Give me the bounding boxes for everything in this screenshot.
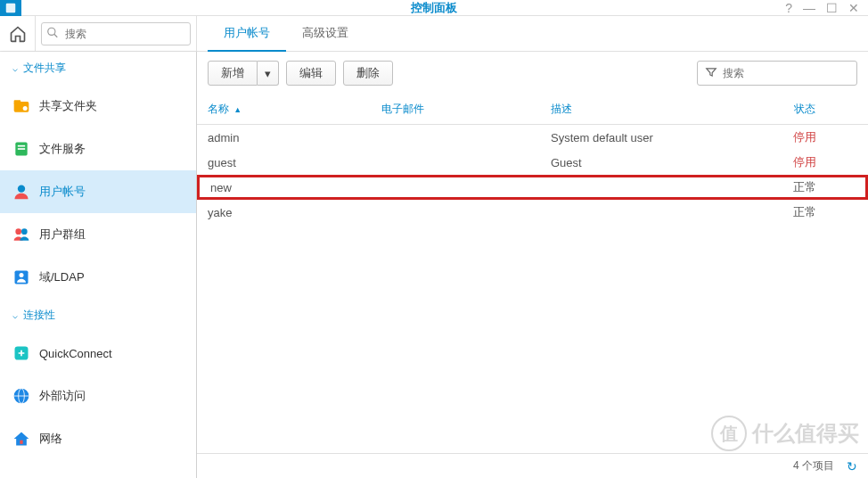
cell-name: admin	[208, 131, 381, 144]
search-icon	[46, 26, 59, 41]
svg-point-13	[20, 273, 24, 277]
cell-name: new	[210, 181, 384, 194]
svg-rect-18	[20, 441, 22, 444]
cell-name: guest	[208, 156, 381, 169]
sidebar-item-network[interactable]: 网络	[0, 417, 196, 460]
table-row[interactable]: adminSystem default user停用	[197, 125, 868, 150]
table-row[interactable]: yake正常	[197, 200, 868, 225]
user-icon	[12, 183, 30, 201]
filter-search-input[interactable]	[723, 67, 856, 79]
table-row[interactable]: guestGuest停用	[197, 150, 868, 175]
sidebar-item-domain-ldap[interactable]: 域/LDAP	[0, 256, 196, 299]
sidebar-item-file-services[interactable]: 文件服务	[0, 128, 196, 170]
svg-point-9	[18, 185, 25, 193]
cell-description: System default user	[551, 131, 751, 144]
svg-point-5	[23, 106, 28, 111]
section-connectivity[interactable]: ⌵ 连接性	[0, 299, 196, 332]
cell-status: 停用	[751, 129, 857, 145]
window-titlebar: 控制面板 ? — ☐ ✕	[0, 0, 868, 16]
sidebar-item-label: 文件服务	[39, 141, 86, 157]
sidebar-item-quickconnect[interactable]: QuickConnect	[0, 332, 196, 375]
cell-status: 正常	[751, 204, 857, 220]
globe-icon	[12, 387, 30, 405]
filter-search-box[interactable]	[697, 61, 857, 86]
action-toolbar: 新增 ▾ 编辑 删除	[197, 52, 868, 95]
tab-user-account[interactable]: 用户帐号	[208, 16, 286, 52]
cell-description: Guest	[551, 156, 751, 169]
sidebar-item-external-access[interactable]: 外部访问	[0, 375, 196, 417]
section-label: 连接性	[23, 308, 55, 323]
column-header-status[interactable]: 状态	[751, 102, 857, 117]
svg-rect-7	[18, 145, 25, 147]
folder-share-icon	[12, 97, 30, 115]
tabs-container: 用户帐号 高级设置	[197, 16, 868, 52]
minimize-icon[interactable]: —	[803, 2, 815, 14]
section-file-sharing[interactable]: ⌵ 文件共享	[0, 52, 196, 85]
column-header-name[interactable]: 名称 ▲	[208, 102, 381, 117]
sidebar-item-label: QuickConnect	[39, 347, 112, 360]
svg-point-10	[15, 228, 21, 235]
sidebar-item-label: 共享文件夹	[39, 98, 97, 114]
svg-point-11	[21, 228, 28, 235]
sidebar-item-user-group[interactable]: 用户群组	[0, 213, 196, 256]
close-icon[interactable]: ✕	[848, 2, 859, 14]
edit-button[interactable]: 编辑	[286, 61, 336, 86]
create-dropdown-button[interactable]: ▾	[258, 61, 279, 86]
chevron-down-icon: ⌵	[12, 63, 18, 73]
delete-button[interactable]: 删除	[343, 61, 393, 86]
sort-ascending-icon: ▲	[233, 105, 242, 114]
column-header-email[interactable]: 电子邮件	[381, 102, 551, 117]
sidebar-item-label: 用户群组	[39, 227, 86, 243]
file-service-icon	[12, 140, 30, 158]
svg-rect-4	[14, 100, 21, 103]
sidebar-item-user-account[interactable]: 用户帐号	[0, 170, 196, 213]
content-panel: 新增 ▾ 编辑 删除 名称 ▲ 电子邮件 描述 状态 adminSystem d…	[197, 52, 868, 478]
cell-name: yake	[208, 206, 381, 219]
cell-status: 停用	[751, 154, 857, 170]
sidebar: ⌵ 文件共享 共享文件夹 文件服务 用户帐号 用户群组	[0, 52, 197, 478]
cell-status: 正常	[754, 179, 855, 195]
network-icon	[12, 430, 30, 448]
filter-icon	[705, 66, 717, 81]
maximize-icon[interactable]: ☐	[826, 2, 838, 14]
svg-line-2	[54, 34, 58, 37]
sidebar-item-label: 外部访问	[39, 388, 86, 404]
column-header-description[interactable]: 描述	[551, 102, 751, 117]
section-label: 文件共享	[23, 61, 66, 76]
create-button[interactable]: 新增	[208, 61, 258, 86]
ldap-icon	[12, 268, 30, 286]
quickconnect-icon	[12, 344, 30, 362]
sidebar-search-input[interactable]	[41, 22, 191, 45]
sidebar-item-label: 网络	[39, 431, 62, 447]
chevron-down-icon: ⌵	[12, 310, 18, 320]
window-title: 控制面板	[411, 0, 457, 16]
tab-advanced[interactable]: 高级设置	[286, 16, 364, 52]
group-icon	[12, 226, 30, 243]
help-icon[interactable]: ?	[785, 2, 792, 14]
home-button[interactable]	[0, 16, 36, 52]
status-footer: 4 个项目 ↻	[197, 453, 868, 478]
svg-rect-8	[18, 148, 25, 150]
table-row[interactable]: new正常	[197, 175, 868, 200]
sidebar-item-shared-folder[interactable]: 共享文件夹	[0, 85, 196, 128]
svg-point-1	[48, 28, 55, 35]
table-header: 名称 ▲ 电子邮件 描述 状态	[197, 95, 868, 125]
top-toolbar: 用户帐号 高级设置	[0, 16, 868, 52]
app-icon	[0, 0, 21, 16]
svg-rect-0	[6, 3, 16, 12]
item-count: 4 个项目	[793, 458, 834, 474]
table-body: adminSystem default user停用guestGuest停用ne…	[197, 125, 868, 453]
sidebar-item-label: 用户帐号	[39, 184, 86, 200]
sidebar-item-label: 域/LDAP	[39, 269, 85, 285]
refresh-icon[interactable]: ↻	[847, 459, 857, 474]
